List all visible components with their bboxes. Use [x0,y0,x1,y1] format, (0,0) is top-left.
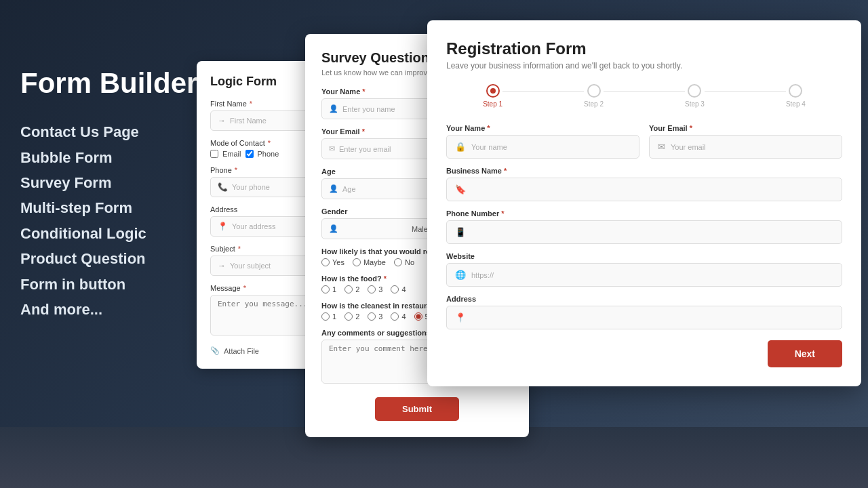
gender-icon: 👤 [329,224,338,233]
survey-submit-button[interactable]: Submit [375,397,459,421]
step-3[interactable]: Step 3 [685,84,705,108]
phone-icon: 📞 [218,182,228,192]
recommend-no[interactable]: No [394,258,414,266]
recommend-yes[interactable]: Yes [321,258,344,266]
lf-email-label: Email [222,150,241,158]
reg-row-4: Website 🌐 https:// [446,252,842,287]
menu-item-survey[interactable]: Survey Form [20,170,197,195]
globe-icon: 🌐 [455,270,466,280]
reg-name-input[interactable]: 🔒 Your name [446,135,639,159]
food-2[interactable]: 2 [344,285,359,293]
lf-email-checkbox[interactable] [210,150,218,158]
reg-email-col: Your Email * ✉ Your email [649,124,842,159]
reg-phone-col: Phone Number * 📱 [446,209,842,244]
clean-4[interactable]: 4 [391,312,406,321]
step-2-circle [587,84,601,98]
mail-icon: ✉ [329,144,335,153]
lf-phone-checkbox[interactable] [245,150,254,158]
menu-item-conditional[interactable]: Conditional Logic [20,221,197,246]
step-2-label: Step 2 [584,100,604,108]
menu-item-product[interactable]: Product Question [20,246,197,271]
reg-address-input[interactable]: 📍 [446,306,842,329]
reg-business-label: Business Name * [446,167,842,175]
clean-1[interactable]: 1 [321,312,336,321]
step-2[interactable]: Step 2 [584,84,604,108]
step-3-circle [688,84,701,98]
step-4-label: Step 4 [786,100,806,108]
email-icon: ✉ [658,142,665,152]
step-1-label: Step 1 [483,100,502,108]
age-icon: 👤 [329,184,338,193]
reg-email-input[interactable]: ✉ Your email [649,135,842,159]
step-3-label: Step 3 [685,100,705,108]
registration-form-card: Registration Form Leave your business in… [427,20,861,386]
clean-2[interactable]: 2 [344,312,359,321]
step-1[interactable]: Step 1 [483,84,502,108]
reg-email-label: Your Email * [649,124,842,132]
reg-business-input[interactable]: 🔖 [446,178,842,201]
food-1[interactable]: 1 [321,285,336,293]
menu-item-more[interactable]: And more... [20,297,197,322]
reg-phone-label: Phone Number * [446,209,842,218]
food-3[interactable]: 3 [368,285,382,293]
address-icon: 📍 [455,312,466,323]
app-title: Form Builder [20,68,197,99]
reg-name-col: Your Name * 🔒 Your name [446,124,639,159]
recommend-maybe-radio[interactable] [353,258,361,266]
arrow-icon: → [218,116,226,125]
food-4[interactable]: 4 [391,285,406,293]
step-1-circle [486,84,500,98]
reg-address-col: Address 📍 [446,295,842,329]
mobile-icon: 📱 [455,227,466,237]
reg-address-label: Address [446,295,842,303]
next-button[interactable]: Next [768,340,842,367]
reg-row-1: Your Name * 🔒 Your name Your Email * ✉ Y… [446,124,842,159]
menu-item-contact[interactable]: Contact Us Page [20,119,197,144]
recommend-yes-radio[interactable] [321,258,330,266]
reg-title: Registration Form [446,39,842,58]
recommend-no-radio[interactable] [394,258,402,266]
reg-row-2: Business Name * 🔖 [446,167,842,201]
recommend-maybe[interactable]: Maybe [353,258,386,266]
step-4[interactable]: Step 4 [786,84,806,108]
step-line-1 [502,91,584,92]
reg-website-input[interactable]: 🌐 https:// [446,263,842,287]
reg-next-row: Next [446,340,842,367]
reg-phone-input[interactable]: 📱 [446,220,842,244]
reg-website-col: Website 🌐 https:// [446,252,842,287]
arrow2-icon: → [218,261,226,270]
reg-name-label: Your Name * [446,124,639,132]
step-4-circle [789,84,802,98]
reg-row-5: Address 📍 [446,295,842,329]
reg-row-3: Phone Number * 📱 [446,209,842,244]
bookmark-icon: 🔖 [455,184,466,195]
user-icon: 👤 [329,104,338,113]
menu-item-button[interactable]: Form in button [20,272,197,297]
lf-phone-label: Phone [258,150,279,158]
step-line-2 [604,91,685,92]
reg-subtitle: Leave your business information and we'l… [446,61,842,70]
menu-item-multistep[interactable]: Multi-step Form [20,195,197,220]
stepper: Step 1 Step 2 Step 3 Step 4 [446,84,842,108]
menu-item-bubble[interactable]: Bubble Form [20,145,197,170]
location-icon: 📍 [218,222,228,231]
left-panel: Form Builder Contact Us Page Bubble Form… [20,68,197,322]
reg-website-label: Website [446,252,842,260]
reg-business-col: Business Name * 🔖 [446,167,842,201]
paperclip-icon: 📎 [210,346,220,355]
survey-submit-row: Submit [321,397,513,421]
clean-3[interactable]: 3 [368,312,382,321]
menu-list: Contact Us Page Bubble Form Survey Form … [20,119,197,322]
step-line-3 [705,91,786,92]
lock-icon: 🔒 [455,142,466,152]
